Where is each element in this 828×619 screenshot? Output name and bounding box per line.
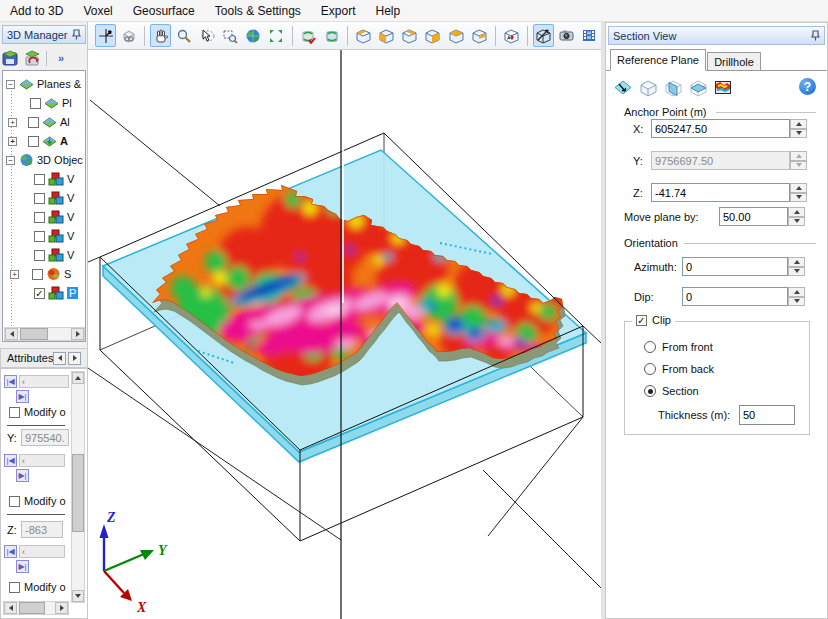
expand-plus-icon[interactable]: +	[8, 137, 17, 146]
menu-item-help[interactable]: Help	[366, 1, 411, 21]
scroll-thumb[interactable]	[19, 602, 45, 614]
scroll-left-button[interactable]	[5, 328, 18, 340]
active-section-button[interactable]	[712, 77, 733, 98]
scroll-right-button[interactable]	[71, 328, 84, 340]
attributes-prev-button[interactable]	[53, 352, 66, 365]
step-start-button[interactable]: |◀	[4, 545, 17, 558]
refresh-database-button[interactable]	[298, 24, 319, 47]
visibility-checkbox[interactable]	[34, 231, 45, 242]
pin-icon[interactable]	[811, 30, 820, 41]
step-start-button[interactable]: |◀	[4, 454, 17, 467]
visibility-checkbox[interactable]	[32, 269, 43, 280]
tree-row-geosurface[interactable]: + S	[3, 265, 86, 283]
z-attr-field[interactable]	[21, 521, 63, 538]
pan-hand-button[interactable]	[150, 24, 171, 47]
link-views-button[interactable]	[118, 24, 139, 47]
modify-checkbox[interactable]	[9, 582, 20, 593]
step-end-button[interactable]: ▶|	[16, 560, 29, 573]
modify-checkbox[interactable]	[9, 496, 20, 507]
tree-row-planes-group[interactable]: − Planes &	[3, 75, 86, 93]
view-front-face-button[interactable]	[376, 24, 397, 47]
attributes-next-button[interactable]	[68, 352, 81, 365]
menu-item-add-to-3d[interactable]: Add to 3D	[0, 1, 73, 21]
expand-plus-icon[interactable]: +	[10, 270, 19, 279]
collapse-minus-icon[interactable]: −	[6, 156, 15, 165]
select-cursor-button[interactable]	[196, 24, 217, 47]
box-faces-button[interactable]	[637, 77, 658, 98]
expand-plus-icon[interactable]: +	[8, 118, 17, 127]
tree-row-plane[interactable]: + Al	[3, 113, 86, 131]
anchor-z-field[interactable]	[651, 183, 790, 202]
scroll-up-button[interactable]	[72, 372, 84, 384]
tree-h-scrollbar[interactable]	[4, 327, 85, 341]
tree-row-3d-objects-group[interactable]: − 3D Objec	[3, 151, 86, 169]
menu-item-voxel[interactable]: Voxel	[73, 1, 122, 21]
collapse-minus-icon[interactable]: −	[6, 80, 15, 89]
visibility-checkbox[interactable]	[28, 136, 39, 147]
pin-icon[interactable]	[72, 29, 81, 40]
tree-row-voxel[interactable]: V	[3, 170, 86, 188]
y-attr-field[interactable]	[21, 429, 69, 446]
menu-item-export[interactable]: Export	[311, 1, 366, 21]
visibility-checkbox[interactable]	[34, 193, 45, 204]
thickness-field[interactable]	[739, 405, 795, 425]
toolbar-overflow-chevron[interactable]: »	[58, 52, 64, 64]
tree-row-active-plane[interactable]: + A	[3, 132, 86, 150]
scroll-thumb[interactable]	[72, 454, 84, 532]
snapshot-camera-button[interactable]	[556, 24, 577, 47]
visibility-checkbox[interactable]	[28, 117, 39, 128]
view-corner-se-button[interactable]	[469, 24, 490, 47]
attributes-h-scrollbar[interactable]	[3, 601, 69, 615]
axes-box-button[interactable]	[501, 24, 522, 47]
tab-drillhole[interactable]: Drillhole	[707, 52, 761, 71]
visibility-checkbox[interactable]	[30, 98, 41, 109]
tab-reference-plane[interactable]: Reference Plane	[610, 49, 706, 71]
azimuth-spinner[interactable]	[788, 257, 805, 276]
fit-to-extents-button[interactable]	[266, 24, 287, 47]
help-button[interactable]: ?	[799, 78, 816, 95]
visibility-checkbox[interactable]: ✓	[34, 288, 45, 299]
value-slider[interactable]: ‹	[19, 375, 69, 388]
3d-viewport[interactable]: Z Y X	[88, 50, 601, 619]
modify-checkbox[interactable]	[9, 407, 20, 418]
vertical-plane-button[interactable]	[662, 77, 683, 98]
clip-section-option[interactable]: Section	[644, 385, 699, 397]
visibility-checkbox[interactable]	[34, 174, 45, 185]
visibility-checkbox[interactable]	[34, 250, 45, 261]
horizontal-plane-button[interactable]	[687, 77, 708, 98]
tree-row-voxel[interactable]: V	[3, 189, 86, 207]
tree-row-voxel[interactable]: V	[3, 227, 86, 245]
reload-3d-icon[interactable]	[24, 50, 43, 67]
flip-plane-button[interactable]	[612, 77, 633, 98]
dip-spinner[interactable]	[788, 287, 805, 306]
move-plane-spinner[interactable]	[788, 207, 805, 226]
3d-manager-tree[interactable]: − Planes & Pl + Al	[2, 70, 86, 342]
move-plane-field[interactable]	[719, 207, 788, 226]
value-slider[interactable]: ‹	[19, 454, 65, 467]
scroll-thumb[interactable]	[20, 328, 48, 340]
tree-row-plane[interactable]: Pl	[3, 94, 86, 112]
scroll-down-button[interactable]	[72, 590, 84, 602]
anchor-z-spinner[interactable]	[790, 183, 807, 202]
tree-row-selected-voxel[interactable]: ✓ P	[3, 284, 86, 302]
anchor-x-spinner[interactable]	[790, 119, 807, 138]
update-viewed-data-button[interactable]	[321, 24, 342, 47]
zoom-box-button[interactable]	[220, 24, 241, 47]
view-top-face-button[interactable]	[445, 24, 466, 47]
clip-checkbox[interactable]: ✓	[636, 315, 647, 326]
view-corner-nw-button[interactable]	[353, 24, 374, 47]
menu-item-geosurface[interactable]: Geosurface	[123, 1, 205, 21]
step-start-button[interactable]: |◀	[4, 375, 17, 388]
view-corner-ne-button[interactable]	[399, 24, 420, 47]
tree-row-voxel[interactable]: V	[3, 246, 86, 264]
attributes-v-scrollbar[interactable]	[71, 371, 85, 603]
anchor-x-field[interactable]	[651, 119, 790, 138]
tree-row-voxel[interactable]: V	[3, 208, 86, 226]
track-plane-cursor-button[interactable]	[95, 24, 116, 47]
save-3d-icon[interactable]	[2, 50, 21, 67]
clip-from-back-option[interactable]: From back	[644, 363, 714, 375]
step-end-button[interactable]: ▶|	[16, 390, 29, 403]
dip-field[interactable]	[682, 287, 788, 306]
menu-item-tools-settings[interactable]: Tools & Settings	[205, 1, 311, 21]
clip-from-front-option[interactable]: From front	[644, 341, 713, 353]
